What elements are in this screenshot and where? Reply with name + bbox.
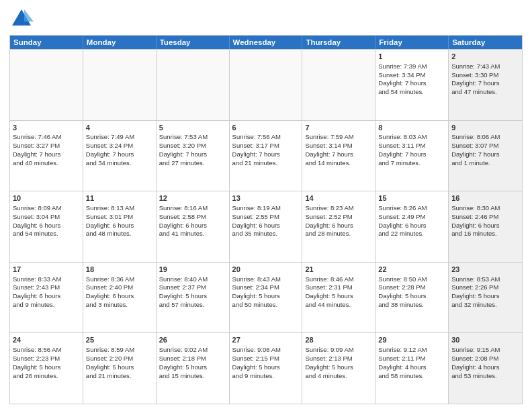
cal-row-0: 1Sunrise: 7:39 AMSunset: 3:34 PMDaylight… bbox=[10, 49, 522, 120]
day-info-line: Daylight: 4 hours bbox=[451, 363, 519, 372]
calendar-body: 1Sunrise: 7:39 AMSunset: 3:34 PMDaylight… bbox=[10, 49, 522, 404]
day-info-line: Daylight: 5 hours bbox=[451, 292, 519, 301]
day-info-line: Sunrise: 8:36 AM bbox=[86, 275, 153, 284]
header-day-thursday: Thursday bbox=[302, 36, 375, 49]
day-info-line: Sunset: 3:17 PM bbox=[232, 142, 300, 150]
day-info-line: and 15 minutes. bbox=[159, 372, 226, 381]
day-info-line: and 1 minute. bbox=[451, 159, 519, 168]
day-info-line: and 14 minutes. bbox=[305, 159, 372, 168]
day-number: 18 bbox=[86, 265, 153, 275]
day-info-line: Sunset: 3:20 PM bbox=[159, 142, 226, 150]
cal-cell-1-2: 5Sunrise: 7:53 AMSunset: 3:20 PMDaylight… bbox=[157, 121, 230, 191]
day-info-line: Sunset: 2:26 PM bbox=[451, 283, 519, 292]
day-info-line: Sunrise: 8:23 AM bbox=[305, 204, 372, 213]
day-info-line: Sunset: 3:11 PM bbox=[378, 142, 445, 150]
cal-cell-3-5: 22Sunrise: 8:50 AMSunset: 2:28 PMDayligh… bbox=[375, 263, 449, 333]
day-number: 4 bbox=[86, 123, 153, 133]
cal-cell-0-6: 2Sunrise: 7:43 AMSunset: 3:30 PMDaylight… bbox=[449, 50, 522, 120]
day-info-line: Sunrise: 7:59 AM bbox=[305, 133, 372, 142]
header-day-friday: Friday bbox=[375, 36, 449, 49]
day-info-line: and 9 minutes. bbox=[232, 372, 300, 381]
cal-cell-2-0: 10Sunrise: 8:09 AMSunset: 3:04 PMDayligh… bbox=[10, 191, 83, 262]
day-info-line: Sunrise: 9:06 AM bbox=[232, 346, 300, 355]
day-number: 22 bbox=[378, 265, 445, 275]
day-info-line: and 16 minutes. bbox=[451, 230, 519, 238]
day-number: 14 bbox=[305, 193, 372, 203]
day-info-line: Sunset: 3:07 PM bbox=[451, 142, 519, 150]
day-number: 10 bbox=[13, 193, 80, 203]
day-info-line: Sunrise: 7:53 AM bbox=[159, 133, 226, 142]
day-info-line: Sunrise: 8:26 AM bbox=[378, 204, 445, 213]
day-number: 21 bbox=[305, 265, 372, 275]
day-info-line: Sunrise: 8:50 AM bbox=[378, 275, 445, 284]
day-info-line: Daylight: 5 hours bbox=[378, 292, 445, 301]
day-info-line: Sunset: 2:11 PM bbox=[378, 355, 445, 363]
day-info-line: Sunset: 3:34 PM bbox=[378, 71, 445, 80]
cal-cell-1-3: 6Sunrise: 7:56 AMSunset: 3:17 PMDaylight… bbox=[230, 121, 303, 191]
day-info-line: Sunrise: 7:43 AM bbox=[451, 62, 519, 71]
day-info-line: Sunset: 2:13 PM bbox=[305, 355, 372, 363]
day-info-line: and 21 minutes. bbox=[86, 372, 153, 381]
day-info-line: Sunset: 2:08 PM bbox=[451, 355, 519, 363]
cal-cell-1-1: 4Sunrise: 7:49 AMSunset: 3:24 PMDaylight… bbox=[83, 121, 157, 191]
day-info-line: Daylight: 7 hours bbox=[378, 150, 445, 159]
day-info-line: Daylight: 7 hours bbox=[232, 150, 300, 159]
day-info-line: Sunset: 2:34 PM bbox=[232, 283, 300, 292]
day-info-line: and 4 minutes. bbox=[305, 372, 372, 381]
cal-cell-4-2: 26Sunrise: 9:02 AMSunset: 2:18 PMDayligh… bbox=[157, 333, 230, 404]
day-number: 29 bbox=[378, 335, 445, 345]
day-info-line: and 38 minutes. bbox=[378, 301, 445, 310]
day-info-line: and 48 minutes. bbox=[86, 230, 153, 238]
day-info-line: Daylight: 6 hours bbox=[305, 222, 372, 230]
cal-cell-2-2: 12Sunrise: 8:16 AMSunset: 2:58 PMDayligh… bbox=[157, 191, 230, 262]
day-info-line: Daylight: 5 hours bbox=[159, 363, 226, 372]
day-info-line: Daylight: 7 hours bbox=[378, 79, 445, 88]
day-info-line: Sunset: 2:20 PM bbox=[86, 355, 153, 363]
day-number: 12 bbox=[159, 193, 226, 203]
day-info-line: Sunrise: 8:43 AM bbox=[232, 275, 300, 284]
day-info-line: and 9 minutes. bbox=[13, 301, 80, 310]
day-info-line: and 40 minutes. bbox=[13, 159, 80, 168]
day-info-line: Daylight: 5 hours bbox=[159, 292, 226, 301]
day-number: 16 bbox=[451, 193, 519, 203]
cal-cell-3-6: 23Sunrise: 8:53 AMSunset: 2:26 PMDayligh… bbox=[449, 263, 522, 333]
day-info-line: and 35 minutes. bbox=[232, 230, 300, 238]
day-info-line: Sunrise: 9:15 AM bbox=[451, 346, 519, 355]
day-number: 3 bbox=[13, 123, 80, 133]
day-info-line: Sunset: 2:23 PM bbox=[13, 355, 80, 363]
day-info-line: and 53 minutes. bbox=[451, 372, 519, 381]
day-info-line: Sunset: 2:31 PM bbox=[305, 283, 372, 292]
day-number: 15 bbox=[378, 193, 445, 203]
day-info-line: Sunset: 2:28 PM bbox=[378, 283, 445, 292]
day-info-line: Daylight: 6 hours bbox=[86, 222, 153, 230]
cal-cell-2-3: 13Sunrise: 8:19 AMSunset: 2:55 PMDayligh… bbox=[230, 191, 303, 262]
day-info-line: Sunset: 3:14 PM bbox=[305, 142, 372, 150]
day-info-line: Sunset: 3:24 PM bbox=[86, 142, 153, 150]
cal-cell-2-4: 14Sunrise: 8:23 AMSunset: 2:52 PMDayligh… bbox=[302, 191, 375, 262]
day-number: 20 bbox=[232, 265, 300, 275]
day-info-line: Daylight: 6 hours bbox=[378, 222, 445, 230]
day-number: 6 bbox=[232, 123, 300, 133]
day-info-line: Sunrise: 9:02 AM bbox=[159, 346, 226, 355]
day-info-line: Daylight: 6 hours bbox=[232, 222, 300, 230]
day-info-line: Sunrise: 7:56 AM bbox=[232, 133, 300, 142]
day-number: 7 bbox=[305, 123, 372, 133]
day-info-line: and 54 minutes. bbox=[13, 230, 80, 238]
cal-cell-2-6: 16Sunrise: 8:30 AMSunset: 2:46 PMDayligh… bbox=[449, 191, 522, 262]
day-info-line: and 50 minutes. bbox=[232, 301, 300, 310]
day-info-line: and 21 minutes. bbox=[232, 159, 300, 168]
cal-row-3: 17Sunrise: 8:33 AMSunset: 2:43 PMDayligh… bbox=[10, 262, 522, 333]
day-info-line: Daylight: 6 hours bbox=[13, 222, 80, 230]
day-info-line: Sunrise: 8:40 AM bbox=[159, 275, 226, 284]
day-number: 17 bbox=[13, 265, 80, 275]
day-info-line: and 41 minutes. bbox=[159, 230, 226, 238]
cal-cell-4-5: 29Sunrise: 9:12 AMSunset: 2:11 PMDayligh… bbox=[375, 333, 449, 404]
day-number: 24 bbox=[13, 335, 80, 345]
day-info-line: Sunset: 2:49 PM bbox=[378, 213, 445, 222]
cal-cell-0-3 bbox=[230, 50, 303, 120]
day-info-line: Daylight: 7 hours bbox=[305, 150, 372, 159]
day-info-line: Daylight: 7 hours bbox=[159, 150, 226, 159]
day-number: 8 bbox=[378, 123, 445, 133]
day-number: 30 bbox=[451, 335, 519, 345]
calendar: SundayMondayTuesdayWednesdayThursdayFrid… bbox=[9, 35, 523, 404]
